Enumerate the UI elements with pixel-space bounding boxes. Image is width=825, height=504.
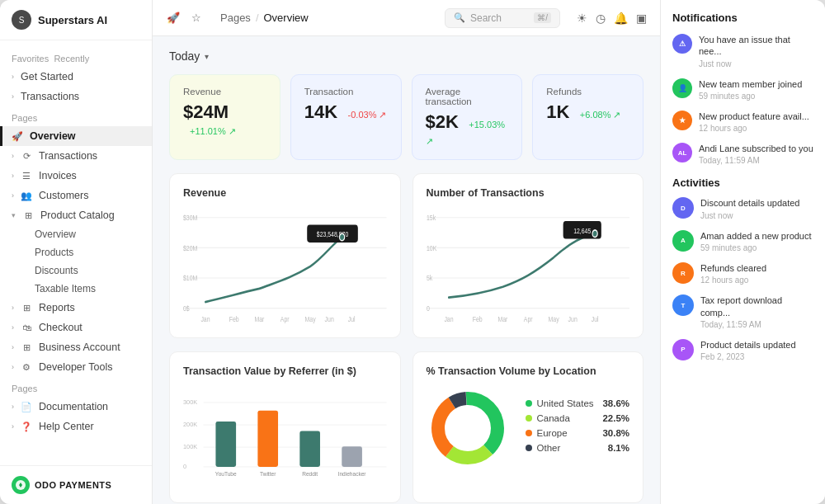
- sidebar-item-label: Business Account: [39, 341, 120, 353]
- sidebar-item-label: Help Center: [39, 421, 94, 432]
- stat-cards: Revenue $24M +11.01% ↗ Transaction 14K -…: [169, 74, 644, 160]
- notif-content-3: New product feature avail... 12 hours ag…: [699, 111, 809, 133]
- stat-value: $2K: [426, 111, 459, 133]
- sidebar-item-help-center[interactable]: › ❓ Help Center: [0, 417, 152, 436]
- donut-legend: United States 38.6% Canada 22.5% Europe: [526, 398, 630, 458]
- stat-card-revenue: Revenue $24M +11.01% ↗: [169, 74, 280, 160]
- activity-time-5: Feb 2, 2023: [700, 352, 796, 361]
- chevron-icon: ›: [12, 403, 14, 411]
- activity-content-4: Tax report download comp... Today, 11:59…: [700, 294, 813, 329]
- activity-text-5: Product details updated: [700, 339, 796, 351]
- legend-pct-us: 38.6%: [602, 398, 629, 408]
- sidebar-item-checkout[interactable]: › 🛍 Checkout: [0, 318, 152, 337]
- sidebar-subitem-taxable-items[interactable]: Taxable Items: [23, 280, 152, 298]
- sidebar-item-label: Invoices: [39, 170, 77, 181]
- activity-text-4: Tax report download comp...: [700, 294, 813, 318]
- svg-text:$30M: $30M: [183, 213, 197, 223]
- sidebar-item-invoices[interactable]: › ☰ Invoices: [0, 166, 152, 186]
- sidebar-item-label: Product Catalog: [40, 210, 115, 221]
- breadcrumb-parent[interactable]: Pages: [220, 12, 251, 24]
- sidebar-item-get-started[interactable]: › Get Started: [0, 67, 152, 87]
- legend-dot-other: [526, 445, 532, 451]
- chevron-icon: ›: [12, 422, 14, 431]
- activity-avatar-1: D: [672, 197, 694, 219]
- activity-item-2: A Aman added a new product 59 minutes ag…: [672, 230, 813, 252]
- svg-text:15k: 15k: [427, 213, 436, 223]
- svg-text:Apr: Apr: [280, 314, 290, 324]
- transactions-chart-area: 15k 10K 5k 0 12,645 Jan Feb Mar Apr: [427, 209, 630, 324]
- product-catalog-submenu: Overview Products Discounts Taxable Item…: [0, 225, 152, 298]
- svg-text:Jan: Jan: [200, 314, 210, 324]
- notif-time-2: 59 minutes ago: [699, 92, 802, 101]
- sidebar-subitem-overview[interactable]: Overview: [23, 225, 152, 243]
- notif-avatar-2: 👤: [672, 78, 692, 98]
- activity-avatar-4: T: [672, 294, 694, 316]
- sidebar-item-transactions[interactable]: › ⟳ Transactions: [0, 146, 152, 166]
- sidebar-content: Favorites Recently › Get Started › Trans…: [0, 40, 152, 465]
- notif-content-4: Andi Lane subscribed to you Today, 11:59…: [699, 143, 813, 165]
- chevron-icon: ›: [12, 363, 14, 371]
- referrer-chart-card: Transaction Value by Referrer (in $) 300…: [169, 351, 401, 503]
- legend-dot-canada: [526, 415, 532, 422]
- stat-change: -0.03% ↗: [348, 110, 387, 120]
- activity-text-1: Discount details updated: [700, 197, 799, 209]
- svg-text:Reddit: Reddit: [302, 471, 318, 477]
- svg-text:YouTube: YouTube: [215, 471, 237, 477]
- sidebar-item-documentation[interactable]: › 📄 Documentation: [0, 397, 152, 417]
- sidebar-item-label: Get Started: [21, 71, 73, 82]
- search-placeholder: Search: [470, 12, 529, 24]
- notifications-title: Notifications: [672, 12, 813, 24]
- customers-icon: 👥: [21, 190, 32, 201]
- breadcrumb-current: Overview: [264, 12, 309, 24]
- activity-text-3: Refunds cleared: [700, 262, 766, 274]
- sidebar-subitem-discounts[interactable]: Discounts: [23, 261, 152, 280]
- rocket-icon: 🚀: [12, 130, 23, 142]
- monitor-icon[interactable]: ▣: [636, 12, 647, 25]
- checkout-icon: 🛍: [21, 322, 32, 333]
- product-catalog-icon: ⊞: [22, 210, 34, 221]
- star-icon[interactable]: ☆: [189, 11, 204, 26]
- sidebar-item-transactions-fav[interactable]: › Transactions: [0, 87, 152, 106]
- notif-time-1: Just now: [699, 59, 813, 68]
- rocket-icon[interactable]: 🚀: [166, 11, 181, 26]
- svg-text:Feb: Feb: [472, 314, 482, 324]
- activity-item-4: T Tax report download comp... Today, 11:…: [672, 294, 813, 329]
- sidebar-item-business-account[interactable]: › ⊞ Business Account: [0, 337, 152, 357]
- notif-text-2: New team member joined: [699, 78, 802, 90]
- svg-text:Mar: Mar: [497, 314, 507, 324]
- clock-icon[interactable]: ◷: [596, 12, 606, 25]
- transactions-chart-svg: 15k 10K 5k 0 12,645 Jan Feb Mar Apr: [427, 209, 630, 324]
- sidebar-item-developer-tools[interactable]: › ⚙ Developer Tools: [0, 357, 152, 377]
- stat-change: +6.08% ↗: [580, 110, 621, 120]
- notif-item-3: ★ New product feature avail... 12 hours …: [672, 111, 813, 133]
- location-chart-title: % Transaction Volume by Location: [427, 365, 630, 377]
- sidebar-item-product-catalog[interactable]: ▾ ⊞ Product Catalog: [0, 205, 152, 225]
- pages-label: Pages: [0, 106, 152, 126]
- activity-content-2: Aman added a new product 59 minutes ago: [700, 230, 812, 252]
- sidebar-item-reports[interactable]: › ⊞ Reports: [0, 298, 152, 318]
- legend-label-us: United States: [537, 398, 594, 408]
- stat-label: Revenue: [183, 87, 266, 97]
- avatar: S: [12, 10, 31, 30]
- legend-pct-canada: 22.5%: [602, 413, 629, 423]
- chevron-icon: ›: [12, 343, 14, 351]
- stat-value: 14K: [304, 101, 337, 123]
- sidebar-item-overview[interactable]: 🚀 Overview: [0, 126, 152, 146]
- sun-icon[interactable]: ☀: [577, 12, 587, 25]
- sidebar-item-label: Transactions: [21, 91, 79, 102]
- sidebar-subitem-products[interactable]: Products: [23, 243, 152, 261]
- notif-content-1: You have an issue that nee... Just now: [699, 34, 813, 68]
- stat-value-row: 14K -0.03% ↗: [304, 101, 388, 123]
- svg-rect-48: [342, 446, 362, 467]
- topbar-search[interactable]: 🔍 Search ⌘/: [445, 8, 560, 28]
- revenue-chart-card: Revenue $30M $20M $10M 0$: [169, 173, 401, 338]
- main-content: Today ▾ Revenue $24M +11.01% ↗ Transacti…: [153, 36, 660, 504]
- bell-icon[interactable]: 🔔: [614, 12, 628, 25]
- sidebar-item-customers[interactable]: › 👥 Customers: [0, 186, 152, 205]
- topbar: 🚀 ☆ Pages / Overview 🔍 Search ⌘/ ☀ ◷ 🔔 ▣: [153, 0, 660, 36]
- svg-point-57: [450, 410, 486, 446]
- svg-text:May: May: [548, 314, 559, 324]
- breadcrumb-separator: /: [256, 12, 259, 24]
- activity-content-1: Discount details updated Just now: [700, 197, 799, 219]
- topbar-right: ☀ ◷ 🔔 ▣: [577, 12, 647, 25]
